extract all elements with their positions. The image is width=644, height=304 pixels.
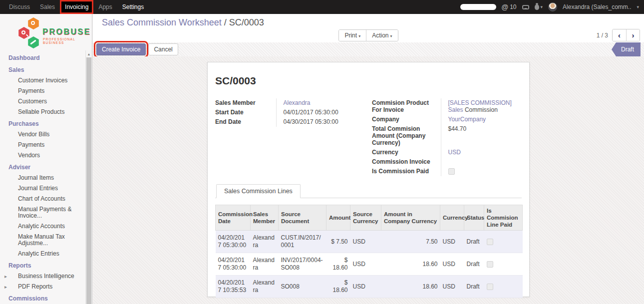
column-header[interactable]: Amount in Company Currency <box>381 205 440 231</box>
sidebar-entry-label: Sales <box>8 66 24 73</box>
messages-icon <box>522 5 529 9</box>
cell-currency: USD <box>440 253 464 276</box>
commission-line-row[interactable]: 04/20/2017 05:30:00 Alexandra CUST.IN/20… <box>216 231 523 253</box>
sidebar-entry[interactable]: ▸Analytic Accounts <box>0 222 85 231</box>
is-commission-paid-checkbox[interactable] <box>448 168 455 175</box>
field-label-sales-member: Sales Member <box>215 98 276 108</box>
sidebar-entry-label: Vendor Bills <box>18 131 49 138</box>
field-value-sales-member[interactable]: Alexandra <box>284 99 311 106</box>
sidebar-entry[interactable]: ▸Customers <box>0 97 85 106</box>
sidebar-entry[interactable]: ▸Sellable Products <box>0 108 85 116</box>
sidebar-entry-label: Purchases <box>8 120 39 127</box>
create-invoice-button[interactable]: Create Invoice <box>96 43 146 55</box>
action-button[interactable]: Action▾ <box>366 30 397 41</box>
sidebar-entry[interactable]: ▸Purchases <box>0 120 85 128</box>
line-paid-checkbox[interactable] <box>487 284 493 290</box>
pager-next-button[interactable]: › <box>626 29 640 41</box>
sidebar-entry-label: Payments <box>18 87 44 94</box>
nav-app-item[interactable]: Sales <box>35 0 60 14</box>
sidebar-entry[interactable]: ▸Make Manual Tax Adjustme... <box>0 233 85 248</box>
field-label-total-commission: Total Commision Amount (Company Currency… <box>372 124 441 148</box>
field-group-left: Sales Member Alexandra Start Date 04/01/… <box>215 98 365 127</box>
scrollbar-thumb[interactable] <box>86 57 91 304</box>
sidebar-entry[interactable]: ▸Manual Payments & Invoice... <box>0 205 85 220</box>
line-paid-checkbox[interactable] <box>487 239 493 245</box>
user-menu[interactable]: Alexandra (Sales_comm.. <box>563 3 631 10</box>
nav-app-item[interactable]: Settings <box>117 0 149 14</box>
sidebar-entry[interactable]: ▸Analytic Entries <box>0 250 85 258</box>
app-menu: DiscussSalesInvoicingAppsSettings <box>0 0 149 14</box>
user-avatar[interactable] <box>548 2 557 11</box>
chevron-down-icon: ▾ <box>541 4 543 9</box>
cell-amount: $ 18.60 <box>326 276 350 298</box>
pager: 1 / 3 ‹ › <box>597 28 640 42</box>
scroll-up-arrow-icon[interactable]: ▲ <box>86 50 92 57</box>
sidebar-entry[interactable]: ▸Vendors <box>0 151 85 160</box>
field-value-currency[interactable]: USD <box>448 149 461 156</box>
column-header[interactable]: Source Document <box>279 205 326 231</box>
sidebar-entry[interactable]: ▸Sales <box>0 66 85 74</box>
cell-status: Draft <box>464 253 484 276</box>
nav-app-item[interactable]: Discuss <box>4 0 35 14</box>
commission-line-row[interactable]: 04/20/2017 05:30:00 Alexandra INV/2017/0… <box>216 253 523 276</box>
sidebar-entry[interactable]: ▸Customer Invoices <box>0 76 85 85</box>
messages-button[interactable] <box>522 5 529 9</box>
planner-progressbar[interactable] <box>460 4 496 10</box>
commission-line-row[interactable]: 04/20/2017 10:35:53 Alexandra SO008 $ 18… <box>216 276 523 298</box>
sidebar-entry-label: Reports <box>8 262 31 269</box>
sidebar-scrollbar[interactable]: ▲ <box>85 50 92 304</box>
column-header[interactable]: Status <box>464 205 484 231</box>
cell-amount-company: 18.60 <box>381 276 440 298</box>
status-badge[interactable]: Draft <box>612 42 641 56</box>
commission-lines-table: Commission DateSales MemberSource Docume… <box>215 205 523 298</box>
statusbar: Create Invoice Cancel Draft <box>93 42 644 56</box>
cancel-button[interactable]: Cancel <box>148 43 178 55</box>
expand-arrow-icon: ▸ <box>4 273 7 280</box>
table-header-row: Commission DateSales MemberSource Docume… <box>216 205 523 231</box>
pager-previous-button[interactable]: ‹ <box>613 29 626 41</box>
sidebar-entry[interactable]: ▸Commissions <box>0 295 85 303</box>
sidebar-entry[interactable]: ▸Chart of Accounts <box>0 195 85 203</box>
sidebar-entry[interactable]: ▸Business Intelligence <box>0 272 85 281</box>
column-header[interactable]: Sales Member <box>251 205 279 231</box>
sidebar-entry[interactable]: ▸Payments <box>0 141 85 149</box>
field-value-start-date: 04/01/2017 05:30:00 <box>276 108 365 117</box>
sidebar-entry[interactable]: ▸Vendor Bills <box>0 130 85 139</box>
debug-menu-button[interactable]: ▾ <box>535 4 543 10</box>
inbox-counter[interactable]: @ 10 <box>502 3 517 11</box>
cell-source-currency: USD <box>350 253 381 276</box>
sidebar-entry[interactable]: ▸Payments <box>0 87 85 95</box>
nav-app-item[interactable]: Invoicing <box>60 0 93 14</box>
inbox-count: 10 <box>510 3 516 10</box>
nav-app-item[interactable]: Apps <box>93 0 117 14</box>
sidebar-entry-label: Commissions <box>8 295 48 302</box>
sidebar-entry[interactable]: ▸Journal Entries <box>0 184 85 193</box>
control-panel: Sales Commission Worksheet / SC/0003 Pri… <box>93 14 644 42</box>
breadcrumb-parent-link[interactable]: Sales Commission Worksheet <box>102 17 222 27</box>
sidebar-entry[interactable]: ▸Dashboard <box>0 54 85 62</box>
company-logo: PROBUSE PROFESSIONAL BUSINESS <box>0 14 92 50</box>
sidebar: PROBUSE PROFESSIONAL BUSINESS ▸Dashboard… <box>0 14 92 304</box>
column-header[interactable]: Amount <box>326 205 350 231</box>
sidebar-entry[interactable]: ▸Reports <box>0 262 85 270</box>
column-header[interactable]: Source Currency <box>350 205 381 231</box>
column-header[interactable]: Is Commision Line Paid <box>484 205 523 231</box>
cell-status: Draft <box>464 276 484 298</box>
notebook-tabs: Sales Commission Lines <box>215 184 522 198</box>
line-paid-checkbox[interactable] <box>487 261 493 268</box>
sidebar-entry[interactable]: ▸PDF Reports <box>0 283 85 291</box>
print-button[interactable]: Print▾ <box>339 30 366 41</box>
field-value-commission-invoice <box>441 157 522 167</box>
cell-source-document: CUST.IN/2017/0001 <box>279 231 326 253</box>
column-header[interactable]: Commission Date <box>216 205 251 231</box>
sidebar-entry[interactable]: ▸Journal Items <box>0 174 85 182</box>
tab-sales-commission-lines[interactable]: Sales Commission Lines <box>216 184 301 198</box>
sidebar-entry-label: Chart of Accounts <box>18 195 65 202</box>
sidebar-entry[interactable]: ▸Adviser <box>0 163 85 172</box>
column-header[interactable]: Currency <box>440 205 464 231</box>
field-value-company[interactable]: YourCompany <box>448 116 486 123</box>
field-label-is-commission-paid: Is Commission Paid <box>372 167 441 176</box>
cell-amount: $ 18.60 <box>326 253 350 276</box>
cell-source-document: SO008 <box>279 276 326 298</box>
sidebar-entry-label: Payments <box>18 141 44 148</box>
